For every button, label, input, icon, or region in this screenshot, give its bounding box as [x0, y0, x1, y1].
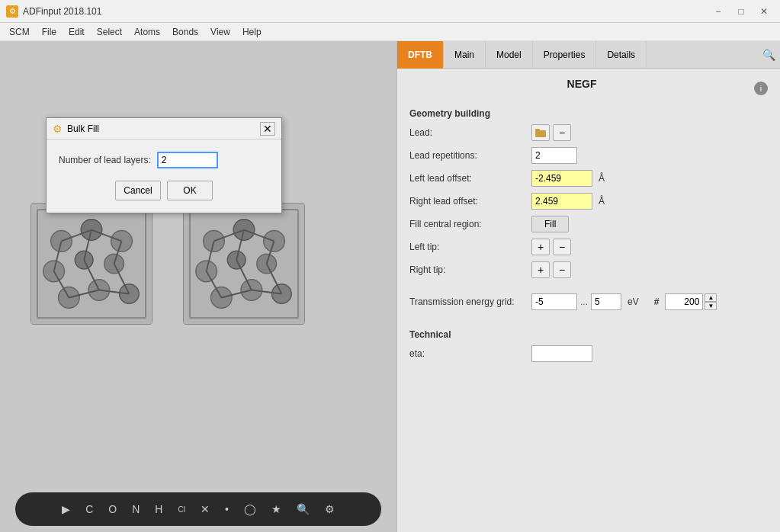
left-lead-offset-input[interactable]: [531, 170, 592, 187]
lead-repetitions-label: Lead repetitions:: [409, 150, 531, 161]
menu-view[interactable]: View: [204, 25, 236, 39]
fill-central-label: Fill central region:: [409, 219, 531, 229]
transmission-row: Transmission energy grid: ... eV # ▲ ▼: [409, 293, 768, 311]
eta-controls: [531, 345, 592, 362]
maximize-button[interactable]: □: [731, 5, 751, 18]
tab-dftb[interactable]: DFTB: [397, 41, 444, 69]
tab-bar: DFTB Main Model Properties Details 🔍: [397, 41, 780, 69]
dialog-title-text: Bulk Fill: [67, 123, 99, 134]
right-lead-offset-unit: Å: [599, 196, 605, 207]
dialog-body: Number of lead layers: Cancel OK: [47, 139, 281, 213]
ok-button[interactable]: OK: [167, 181, 213, 200]
lead-folder-button[interactable]: [531, 124, 550, 141]
right-tip-controls: + −: [531, 261, 571, 278]
technical-label: Technical: [409, 329, 768, 340]
search-button[interactable]: 🔍: [757, 41, 780, 69]
title-bar-left: ⚙ ADFinput 2018.101: [6, 5, 101, 18]
menu-scm[interactable]: SCM: [3, 25, 36, 39]
lead-label: Lead:: [409, 127, 531, 138]
menu-file[interactable]: File: [36, 25, 63, 39]
right-lead-offset-controls: Å: [531, 193, 605, 210]
dialog-field-label: Number of lead layers:: [59, 155, 151, 165]
menu-edit[interactable]: Edit: [63, 25, 91, 39]
dialog-buttons: Cancel OK: [59, 181, 269, 200]
lead-minus-button[interactable]: −: [553, 124, 571, 141]
left-lead-offset-label: Left lead offset:: [409, 173, 531, 184]
left-panel: ⚙ Bulk Fill ✕ Number of lead layers: Can…: [0, 41, 396, 532]
app-title: ADFinput 2018.101: [23, 6, 101, 17]
app-icon: ⚙: [6, 5, 18, 18]
range-separator: ...: [580, 296, 588, 307]
spin-buttons: ▲ ▼: [705, 293, 717, 310]
right-tip-plus-button[interactable]: +: [531, 261, 550, 278]
left-lead-offset-row: Left lead offset: Å: [409, 169, 768, 187]
right-panel: DFTB Main Model Properties Details 🔍 NEG…: [396, 41, 780, 532]
lead-layers-input[interactable]: [157, 152, 218, 168]
lead-repetitions-input[interactable]: [531, 147, 577, 164]
dialog-title: ⚙ Bulk Fill: [53, 123, 99, 135]
main-layout: ⚙ Bulk Fill ✕ Number of lead layers: Can…: [0, 41, 780, 532]
svg-rect-42: [535, 130, 546, 137]
left-tip-label: Left tip:: [409, 242, 531, 252]
eta-label: eta:: [409, 348, 531, 359]
menu-bar: SCM File Edit Select Atoms Bonds View He…: [0, 23, 780, 41]
dialog-app-icon: ⚙: [53, 123, 63, 135]
transmission-from-input[interactable]: [531, 293, 577, 310]
right-tip-row: Right tip: + −: [409, 261, 768, 279]
fill-central-row: Fill central region: Fill: [409, 215, 768, 233]
tab-model[interactable]: Model: [486, 41, 533, 69]
menu-bonds[interactable]: Bonds: [166, 25, 204, 39]
left-lead-offset-unit: Å: [599, 173, 605, 184]
right-tip-minus-button[interactable]: −: [553, 261, 571, 278]
fill-button[interactable]: Fill: [531, 216, 569, 232]
tab-main[interactable]: Main: [444, 41, 486, 69]
spacer: [409, 284, 768, 293]
transmission-unit: eV: [628, 296, 639, 307]
minimize-button[interactable]: −: [708, 5, 728, 18]
info-button[interactable]: i: [754, 82, 768, 95]
dialog-overlay: ⚙ Bulk Fill ✕ Number of lead layers: Can…: [0, 41, 396, 532]
left-tip-row: Left tip: + −: [409, 238, 768, 256]
count-up-button[interactable]: ▲: [705, 293, 717, 302]
window-controls: − □ ✕: [708, 5, 774, 18]
eta-row: eta:: [409, 345, 768, 363]
geometry-building-label: Geometry building: [409, 108, 768, 119]
dialog-field-row: Number of lead layers:: [59, 152, 269, 168]
dialog-close-button[interactable]: ✕: [260, 122, 275, 136]
transmission-count-input[interactable]: [665, 293, 703, 310]
bulk-fill-dialog: ⚙ Bulk Fill ✕ Number of lead layers: Can…: [46, 117, 282, 213]
right-tip-label: Right tip:: [409, 264, 531, 275]
panel-content: NEGF i Geometry building Lead: −: [397, 69, 780, 532]
lead-row: Lead: −: [409, 123, 768, 142]
eta-input[interactable]: [531, 345, 592, 362]
folder-icon: [535, 128, 546, 137]
svg-rect-43: [535, 129, 540, 131]
hash-label: #: [654, 296, 660, 307]
tab-properties[interactable]: Properties: [533, 41, 597, 69]
panel-title: NEGF: [409, 78, 754, 90]
right-lead-offset-row: Right lead offset: Å: [409, 192, 768, 210]
lead-controls: −: [531, 124, 571, 141]
menu-atoms[interactable]: Atoms: [128, 25, 166, 39]
left-tip-minus-button[interactable]: −: [553, 239, 571, 255]
spacer2: [409, 316, 768, 323]
menu-select[interactable]: Select: [91, 25, 128, 39]
left-tip-plus-button[interactable]: +: [531, 239, 550, 255]
left-lead-offset-controls: Å: [531, 170, 605, 187]
transmission-to-input[interactable]: [591, 293, 621, 310]
title-bar: ⚙ ADFinput 2018.101 − □ ✕: [0, 0, 780, 23]
right-lead-offset-label: Right lead offset:: [409, 196, 531, 207]
count-down-button[interactable]: ▼: [705, 302, 717, 310]
transmission-label: Transmission energy grid:: [409, 296, 531, 307]
lead-repetitions-controls: [531, 147, 577, 164]
fill-central-controls: Fill: [531, 216, 569, 232]
cancel-button[interactable]: Cancel: [115, 181, 161, 200]
lead-repetitions-row: Lead repetitions:: [409, 146, 768, 165]
close-button[interactable]: ✕: [754, 5, 774, 18]
left-tip-controls: + −: [531, 239, 571, 255]
transmission-count-group: ▲ ▼: [665, 293, 717, 310]
transmission-controls: ... eV # ▲ ▼: [531, 293, 717, 310]
right-lead-offset-input[interactable]: [531, 193, 592, 210]
menu-help[interactable]: Help: [236, 25, 268, 39]
tab-details[interactable]: Details: [596, 41, 647, 69]
